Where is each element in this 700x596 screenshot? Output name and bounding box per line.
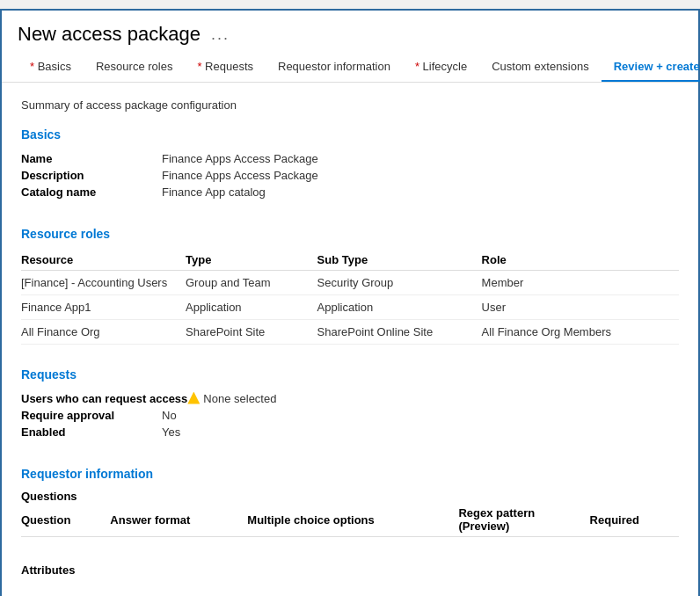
resource-cell: [Finance] - Accounting Users [21,271,186,295]
table-row: All Finance Org SharePoint Site SharePoi… [21,320,679,345]
basics-value-catalog: Finance App catalog [162,185,266,199]
page-header: New access package ... [2,11,698,53]
basics-row-description: Description Finance Apps Access Package [21,167,679,184]
requests-label-approval: Require approval [21,409,162,422]
tab-requests[interactable]: Requests [185,53,266,82]
basics-section-title: Basics [21,127,679,142]
requests-label-users: Users who can request access [21,392,187,405]
requests-value-approval: No [162,409,177,422]
basics-label-description: Description [21,169,162,182]
basics-row-catalog: Catalog name Finance App catalog [21,184,679,200]
tab-requestor-information[interactable]: Requestor information [266,53,403,82]
resource-cell: All Finance Org [21,320,186,345]
requests-value-users: None selected [187,392,276,405]
basics-label-catalog: Catalog name [21,185,162,199]
resource-roles-table: Resource Type Sub Type Role [Finance] - … [21,250,679,345]
subtype-cell: Application [317,295,482,320]
col-header-question: Question [21,503,110,537]
requests-row-enabled: Enabled Yes [21,424,679,440]
col-header-regex: Regex pattern(Preview) [458,503,589,537]
basics-row-name: Name Finance Apps Access Package [21,150,679,167]
col-header-type: Type [186,250,317,271]
tab-custom-extensions[interactable]: Custom extensions [479,53,602,82]
tab-review-create[interactable]: Review + create [602,53,700,82]
basics-label-name: Name [21,152,162,165]
col-header-subtype: Sub Type [317,250,482,271]
type-cell: Group and Team [186,271,317,295]
col-header-role: Role [482,250,679,271]
page-title-dots: ... [211,25,230,44]
requests-row-users: Users who can request access None select… [21,390,679,407]
questions-label: Questions [21,490,679,503]
requests-row-approval: Require approval No [21,407,679,424]
content-area: Summary of access package configuration … [2,83,698,596]
tab-basics[interactable]: Basics [18,53,84,82]
requests-info-table: Users who can request access None select… [21,390,679,440]
basics-value-description: Finance Apps Access Package [162,169,318,182]
subtype-cell: SharePoint Online Site [317,320,482,345]
subtype-cell: Security Group [317,271,482,295]
table-row: [Finance] - Accounting Users Group and T… [21,271,679,295]
tabs-bar: Basics Resource roles Requests Requestor… [2,53,698,83]
type-cell: Application [186,295,317,320]
tab-lifecycle[interactable]: Lifecycle [403,53,479,82]
basics-value-name: Finance Apps Access Package [162,152,318,165]
requests-section-title: Requests [21,367,679,382]
requestor-info-section-title: Requestor information [21,467,679,481]
role-cell: User [482,295,679,320]
col-header-resource: Resource [21,250,186,271]
resource-cell: Finance App1 [21,295,186,320]
basics-info-table: Name Finance Apps Access Package Descrip… [21,150,679,200]
requests-label-enabled: Enabled [21,425,162,439]
type-cell: SharePoint Site [186,320,317,345]
resource-roles-section-title: Resource roles [21,227,679,241]
table-row: Finance App1 Application Application Use… [21,295,679,320]
role-cell: Member [482,271,679,295]
col-header-required: Required [590,503,679,537]
questions-empty-row [21,537,679,555]
questions-table: Question Answer format Multiple choice o… [21,503,679,555]
role-cell: All Finance Org Members [482,320,679,345]
page-title: New access package [18,23,201,46]
col-header-answer-format: Answer format [110,503,247,537]
col-header-multiple-choice: Multiple choice options [247,503,458,537]
summary-label: Summary of access package configuration [21,98,679,112]
attributes-label: Attributes [21,563,679,577]
tab-resource-roles[interactable]: Resource roles [84,53,185,82]
warning-icon [187,392,200,404]
requests-value-enabled: Yes [162,425,180,439]
